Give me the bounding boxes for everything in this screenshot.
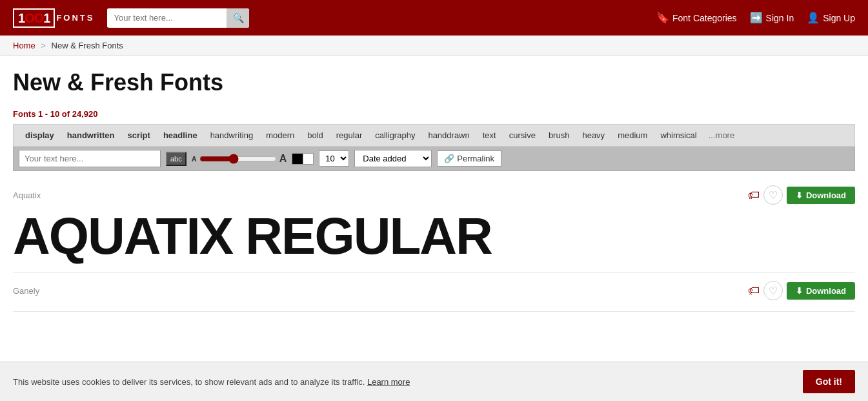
download-button-aquatix[interactable]: ⬇ Download [787,187,855,204]
bookmark-icon: 🔖 [656,12,669,24]
filter-tag-handdrawn[interactable]: handdrawn [423,129,474,142]
filter-tag-calligraphy[interactable]: calligraphy [370,129,420,142]
font-size-slider[interactable] [199,154,277,164]
sort-select[interactable]: Date addedNamePopularity [354,150,432,167]
swatch-black [292,154,303,164]
signin-icon: ➡️ [750,12,763,24]
slider-max-label: A [279,153,287,165]
main-content: New & Fresh Fonts Fonts 1 - 10 of 24,920… [0,56,868,312]
filter-tag-whimsical[interactable]: whimsical [655,129,701,142]
filter-tag-heavy[interactable]: heavy [577,129,610,142]
download-label-ganely: Download [806,286,846,296]
sign-up-link[interactable]: 👤 Sign Up [807,12,855,24]
breadcrumb-home[interactable]: Home [13,41,35,50]
logo-link[interactable]: 1OO1 FONTS [13,8,94,28]
filter-tag-display[interactable]: display [20,129,59,142]
search-input[interactable] [107,8,227,27]
header: 1OO1 FONTS 🔍 🔖 Font Categories ➡️ Sign I… [0,0,868,36]
filter-tag-headline[interactable]: headline [158,129,203,142]
download-icon-ganely: ⬇ [796,286,803,296]
favorite-button-aquatix[interactable]: ♡ [763,185,783,205]
filter-tag-handwritten[interactable]: handwritten [62,129,120,142]
price-tag-icon: 🏷 [748,189,760,202]
font-entry-header: Aquatix 🏷 ♡ ⬇ Download [13,185,855,205]
slider-container: A A [192,153,287,165]
logo-text: FONTS [56,13,94,23]
download-icon: ⬇ [796,190,803,200]
filter-tag-script[interactable]: script [122,129,155,142]
permalink-label: Permalink [457,154,494,163]
breadcrumb-current: New & Fresh Fonts [52,41,123,50]
font-categories-label: Font Categories [672,13,737,23]
font-name-ganely: Ganely [13,286,39,296]
filter-tag-regular[interactable]: regular [331,129,367,142]
filter-tag-brush[interactable]: brush [543,129,575,142]
fonts-count: Fonts 1 - 10 of 24,920 [13,109,855,119]
filter-tag-modern[interactable]: modern [261,129,299,142]
filter-more[interactable]: ...more [705,129,738,142]
font-entry-ganely: Ganely 🏷 ♡ ⬇ Download [13,273,855,312]
font-actions: 🏷 ♡ ⬇ Download [748,185,855,205]
font-list: Aquatix 🏷 ♡ ⬇ Download AQUATIX REGULAR G… [13,178,855,312]
favorite-button-ganely[interactable]: ♡ [763,281,783,300]
breadcrumb: Home > New & Fresh Fonts [0,36,868,56]
download-label-aquatix: Download [806,190,846,200]
logo-icon: 1OO1 [13,8,55,28]
slider-min-label: A [192,155,197,163]
search-bar: 🔍 [107,8,249,28]
abc-button[interactable]: abc [166,152,187,166]
font-categories-link[interactable]: 🔖 Font Categories [656,12,737,24]
sign-up-label: Sign Up [823,13,855,23]
filter-tag-bold[interactable]: bold [302,129,328,142]
price-tag-icon-ganely: 🏷 [748,284,760,298]
font-name-aquatix: Aquatix [13,190,41,200]
sign-in-link[interactable]: ➡️ Sign In [750,12,794,24]
breadcrumb-sep: > [41,41,46,50]
filter-bar: displayhandwrittenscriptheadlinehandwrit… [13,124,855,147]
filter-tag-cursive[interactable]: cursive [504,129,541,142]
page-title: New & Fresh Fonts [13,69,855,96]
color-swatch[interactable] [292,153,314,165]
preview-bar: abc A A 8101214162024364872 Date addedNa… [13,147,855,171]
font-entry-aquatix: Aquatix 🏷 ♡ ⬇ Download AQUATIX REGULAR [13,178,855,273]
preview-text-input[interactable] [19,150,161,167]
font-actions-ganely: 🏷 ♡ ⬇ Download [748,281,855,300]
font-entry-header-ganely: Ganely 🏷 ♡ ⬇ Download [13,281,855,300]
download-button-ganely[interactable]: ⬇ Download [787,282,855,300]
sign-in-label: Sign In [766,13,794,23]
filter-tag-text[interactable]: text [478,129,501,142]
search-button[interactable]: 🔍 [227,8,249,28]
filter-tag-medium[interactable]: medium [612,129,652,142]
link-icon: 🔗 [444,154,454,163]
permalink-button[interactable]: 🔗 Permalink [437,150,501,167]
nav-links: 🔖 Font Categories ➡️ Sign In 👤 Sign Up [656,12,855,24]
user-icon: 👤 [807,12,820,24]
filter-tag-handwriting[interactable]: handwriting [205,129,259,142]
swatch-white [303,154,313,164]
font-count-select[interactable]: 8101214162024364872 [319,150,349,167]
font-preview-aquatix[interactable]: AQUATIX REGULAR [13,208,855,265]
